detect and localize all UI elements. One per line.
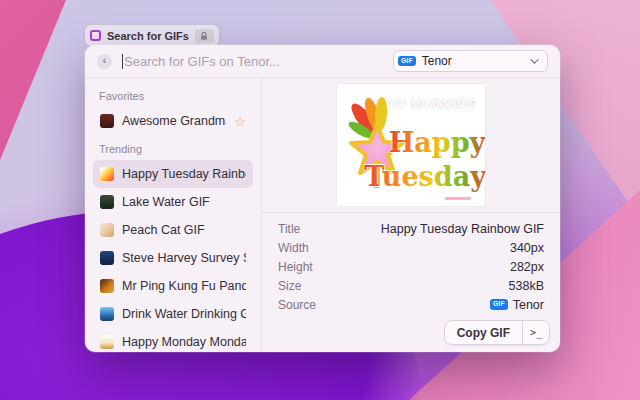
window-topbar: ‹ Search for GIFs on Tenor... GIF Tenor (85, 45, 560, 78)
list-item-awesome-grandma[interactable]: Awesome Grandma GIF ☆ (93, 107, 253, 135)
desktop-wallpaper: Search for GIFs ‹ Search for GIFs on Ten… (0, 0, 640, 400)
action-bar: Copy GIF >_ (444, 320, 550, 345)
back-button[interactable]: ‹ (97, 54, 112, 69)
meta-value: 538kB (509, 279, 544, 293)
list-item-label: Awesome Grandma GIF (122, 114, 226, 128)
detail-panel: GOOD MORNING Happy Tuesday (262, 78, 560, 351)
meta-value: Happy Tuesday Rainbow GIF (381, 222, 544, 236)
meta-value: GIF Tenor (490, 298, 544, 312)
copy-gif-button[interactable]: Copy GIF (445, 321, 522, 344)
source-dropdown[interactable]: GIF Tenor (393, 50, 548, 72)
search-placeholder: Search for GIFs on Tenor... (124, 54, 280, 69)
gif-thumbnail (100, 167, 114, 181)
list-item-label: Happy Tuesday Rainbow GIF (122, 167, 246, 181)
list-item-label: Happy Monday Mondays GIF (122, 335, 246, 349)
meta-row-title: Title Happy Tuesday Rainbow GIF (262, 219, 560, 238)
list-item-happy-tuesday[interactable]: Happy Tuesday Rainbow GIF (93, 160, 253, 188)
lock-icon (199, 31, 209, 41)
list-item-mr-ping[interactable]: Mr Ping Kung Fu Panda GIF (93, 272, 253, 300)
list-item-lake-water[interactable]: Lake Water GIF (93, 188, 253, 216)
search-gifs-window: ‹ Search for GIFs on Tenor... GIF Tenor … (85, 45, 560, 352)
list-item-happy-monday[interactable]: Happy Monday Mondays GIF (93, 328, 253, 351)
meta-label: Source (278, 298, 490, 312)
gif-thumbnail (100, 195, 114, 209)
meta-row-size: Size 538kB (262, 276, 560, 295)
trending-section-title: Trending (85, 135, 261, 160)
terminal-prompt-icon: >_ (530, 327, 542, 338)
metadata-list: Title Happy Tuesday Rainbow GIF Width 34… (262, 213, 560, 314)
favorite-star-icon[interactable]: ☆ (234, 115, 246, 128)
back-chevron-icon: ‹ (103, 56, 106, 66)
gif-thumbnail (100, 307, 114, 321)
gif-preview-image: GOOD MORNING Happy Tuesday (337, 84, 485, 206)
search-input[interactable]: Search for GIFs on Tenor... (122, 54, 383, 69)
list-item-steve-harvey[interactable]: Steve Harvey Survey Says GIF (93, 244, 253, 272)
source-dropdown-value: Tenor (422, 54, 527, 68)
list-item-label: Peach Cat GIF (122, 223, 246, 237)
gif-thumbnail (100, 251, 114, 265)
gif-preview-art: GOOD MORNING Happy Tuesday (337, 84, 485, 206)
meta-label: Size (278, 279, 509, 293)
gif-thumbnail (100, 223, 114, 237)
list-item-peach-cat[interactable]: Peach Cat GIF (93, 216, 253, 244)
source-name: Tenor (513, 298, 544, 312)
chevron-down-icon (530, 55, 538, 63)
actions-menu-button[interactable]: >_ (523, 321, 549, 344)
list-item-label: Lake Water GIF (122, 195, 246, 209)
list-item-label: Steve Harvey Survey Says GIF (122, 251, 246, 265)
gif-preview-area: GOOD MORNING Happy Tuesday (262, 78, 560, 213)
hotkey-pill (195, 29, 214, 43)
tenor-gif-badge-icon: GIF (398, 56, 416, 67)
meta-label: Height (278, 260, 510, 274)
watermark (445, 197, 471, 200)
meta-label: Title (278, 222, 381, 236)
gif-text-happy: Happy (389, 127, 485, 158)
gif-text-tuesday: Tuesday (364, 161, 485, 192)
gif-thumbnail (100, 335, 114, 349)
text-caret (122, 54, 123, 69)
meta-label: Width (278, 241, 510, 255)
gif-thumbnail (100, 114, 114, 128)
meta-row-width: Width 340px (262, 238, 560, 257)
meta-value: 340px (510, 241, 544, 255)
list-item-label: Mr Ping Kung Fu Panda GIF (122, 279, 246, 293)
gif-thumbnail (100, 279, 114, 293)
meta-row-height: Height 282px (262, 257, 560, 276)
results-sidebar: Favorites Awesome Grandma GIF ☆ Trending… (85, 78, 262, 351)
meta-row-source: Source GIF Tenor (262, 295, 560, 314)
tenor-gif-badge-icon: GIF (490, 299, 508, 310)
command-badge[interactable]: Search for GIFs (85, 25, 219, 46)
list-item-label: Drink Water Drinking GIF (122, 307, 246, 321)
command-badge-label: Search for GIFs (107, 30, 189, 42)
favorites-section-title: Favorites (85, 82, 261, 107)
meta-value: 282px (510, 260, 544, 274)
list-item-drink-water[interactable]: Drink Water Drinking GIF (93, 300, 253, 328)
gif-extension-icon (90, 30, 101, 41)
